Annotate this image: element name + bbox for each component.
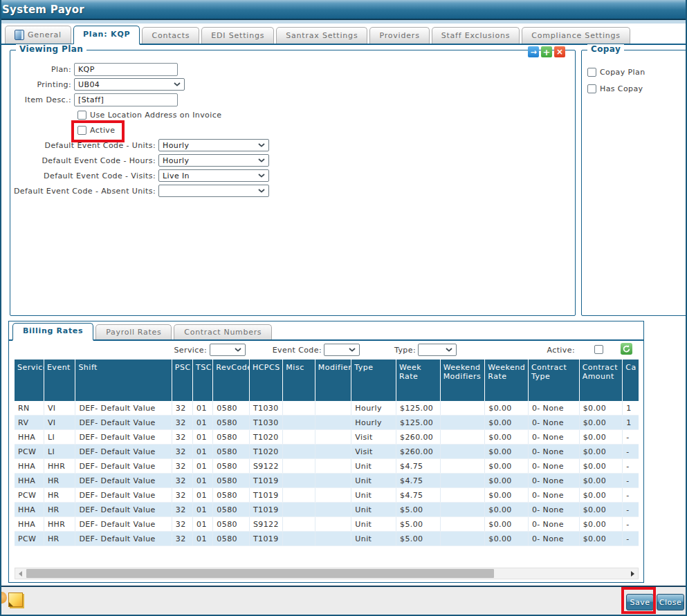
grid-header-row: ServiceEventShiftPSCTSCRevCodeHCPCSMiscM… [15, 360, 639, 401]
table-cell: PCW [15, 532, 44, 546]
item-desc-input[interactable] [74, 93, 178, 106]
table-row[interactable]: PCWLIDEF- Default Value32010580T1020Visi… [15, 445, 639, 459]
column-header-ca[interactable]: Ca [623, 360, 639, 401]
table-row[interactable]: RVVIDEF- Default Value32010580T1030Hourl… [15, 416, 639, 430]
dec-hours-select[interactable]: Hourly [158, 154, 269, 167]
table-cell: - [623, 532, 639, 546]
table-cell: T1030 [249, 416, 282, 430]
use-location-checkbox[interactable] [77, 111, 86, 120]
table-cell: $0.00 [579, 416, 623, 430]
table-cell [440, 503, 485, 517]
rates-filter-row: Service: Event Code: Type: Active: [9, 341, 643, 360]
column-header-revcode[interactable]: RevCode [213, 360, 250, 401]
table-cell [283, 401, 315, 416]
help-icon[interactable] [0, 592, 7, 604]
table-cell: DEF- Default Value [75, 517, 172, 532]
table-cell: 0- None [528, 503, 579, 517]
table-cell [315, 416, 351, 430]
table-cell [283, 459, 315, 474]
service-filter-select[interactable] [210, 344, 246, 356]
table-cell: 01 [193, 488, 213, 503]
type-filter-select[interactable] [418, 344, 457, 356]
delete-icon[interactable]: × [554, 46, 565, 57]
tab-edi-settings[interactable]: EDI Settings [201, 27, 274, 44]
table-cell: 32 [172, 430, 192, 445]
active-checkbox[interactable] [77, 126, 86, 135]
scrollbar-thumb[interactable] [26, 569, 494, 578]
dec-units-select-value: Hourly [163, 141, 189, 150]
column-header-contract-amount[interactable]: Contract Amount [579, 360, 623, 401]
column-header-misc[interactable]: Misc [283, 360, 315, 401]
rates-tab-contract-numbers[interactable]: Contract Numbers [174, 324, 272, 339]
column-header-type[interactable]: Type [351, 360, 396, 401]
table-cell: $260.00 [396, 430, 440, 445]
table-cell [283, 445, 315, 459]
table-row[interactable]: HHAHHRDEF- Default Value32010580S9122Uni… [15, 517, 639, 532]
column-header-week-rate[interactable]: Week Rate [396, 360, 440, 401]
table-cell: $0.00 [485, 416, 529, 430]
table-row[interactable]: HHAHRDEF- Default Value32010580T1019Unit… [15, 503, 639, 517]
column-header-modifiers[interactable]: Modifiers [315, 360, 351, 401]
tab-general[interactable]: General [5, 26, 71, 44]
table-cell: 0- None [528, 430, 579, 445]
table-row[interactable]: HHAHRDEF- Default Value32010580T1019Unit… [15, 474, 639, 488]
dec-absent-select[interactable] [158, 185, 269, 197]
copay-plan-checkbox[interactable] [587, 68, 596, 77]
table-cell: Unit [351, 474, 396, 488]
scroll-left-arrow-icon[interactable] [19, 571, 22, 577]
table-cell: $0.00 [485, 430, 529, 445]
table-cell: 01 [193, 517, 213, 532]
column-header-psc[interactable]: PSC [172, 360, 192, 401]
plan-input[interactable] [74, 63, 178, 76]
column-header-shift[interactable]: Shift [75, 360, 172, 401]
table-cell: HR [44, 532, 75, 546]
rates-tab-payroll-rates[interactable]: Payroll Rates [95, 324, 172, 339]
column-header-service[interactable]: Service [15, 360, 44, 401]
dec-units-select[interactable]: Hourly [158, 139, 269, 151]
tab-santrax-settings[interactable]: Santrax Settings [276, 27, 367, 44]
column-header-tsc[interactable]: TSC [193, 360, 213, 401]
rates-tab-billing-rates[interactable]: Billing Rates [12, 323, 93, 341]
event-code-filter-select[interactable] [324, 344, 360, 356]
column-header-event[interactable]: Event [44, 360, 75, 401]
add-icon[interactable]: + [541, 46, 552, 57]
table-cell: $5.00 [396, 503, 440, 517]
scroll-right-arrow-icon[interactable] [631, 571, 634, 577]
tab-label: Santrax Settings [286, 31, 358, 40]
horizontal-scrollbar[interactable] [15, 568, 639, 579]
refresh-icon[interactable] [621, 343, 632, 355]
active-filter-checkbox[interactable] [594, 345, 603, 354]
tab-plan-kqp[interactable]: Plan: KQP [73, 26, 140, 45]
column-header-hcpcs[interactable]: HCPCS [249, 360, 282, 401]
copay-fieldset: Copay Copay Plan Has Copay [581, 50, 687, 316]
column-header-weekend-rate[interactable]: Weekend Rate [485, 360, 529, 401]
table-row[interactable]: PCWHRDEF- Default Value32010580T1019Unit… [15, 488, 639, 503]
column-header-weekend-modifiers[interactable]: Weekend Modifiers [440, 360, 485, 401]
table-row[interactable]: HHAHHRDEF- Default Value32010580S9122Uni… [15, 459, 639, 474]
save-button[interactable]: Save [626, 594, 654, 610]
table-row[interactable]: PCWHRDEF- Default Value32010580T1019Unit… [15, 532, 639, 546]
go-arrow-icon[interactable]: → [528, 46, 539, 57]
tab-contacts[interactable]: Contacts [142, 27, 199, 44]
table-cell: 0580 [213, 445, 250, 459]
active-row: Active [77, 124, 575, 136]
table-cell: 32 [172, 416, 192, 430]
printing-select[interactable]: UB04 [74, 78, 185, 91]
tab-providers[interactable]: Providers [369, 27, 429, 44]
table-cell: $0.00 [579, 488, 623, 503]
table-cell: $0.00 [579, 517, 623, 532]
table-cell: 01 [193, 416, 213, 430]
table-cell: VI [44, 401, 75, 416]
table-row[interactable]: HHALIDEF- Default Value32010580T1020Visi… [15, 430, 639, 445]
table-row[interactable]: RNVIDEF- Default Value32010580T1030Hourl… [15, 401, 639, 416]
dec-visits-select[interactable]: Live In [158, 169, 269, 182]
table-cell: DEF- Default Value [75, 532, 172, 546]
has-copay-checkbox[interactable] [587, 84, 596, 93]
tab-staff-exclusions[interactable]: Staff Exclusions [432, 27, 520, 44]
tab-compliance-settings[interactable]: Compliance Settings [522, 27, 630, 44]
column-header-contract-type[interactable]: Contract Type [528, 360, 579, 401]
notes-icon[interactable] [8, 592, 23, 607]
close-button[interactable]: Close [657, 594, 684, 610]
table-cell: $0.00 [485, 503, 529, 517]
save-button-group: Save [626, 594, 654, 610]
